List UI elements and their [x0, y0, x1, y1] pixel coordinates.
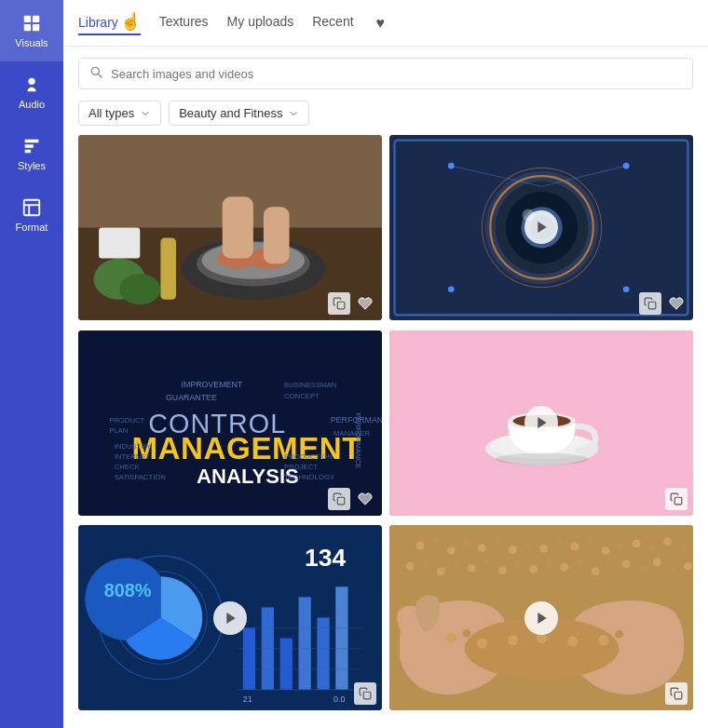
sidebar-item-visuals[interactable]: Visuals [0, 0, 63, 61]
category-filter-dropdown[interactable]: Beauty and Fitness [169, 101, 309, 126]
grid-item-camera[interactable] [389, 135, 693, 320]
search-container [63, 47, 708, 97]
camera-heart-icon[interactable] [665, 292, 688, 315]
svg-rect-90 [363, 692, 371, 699]
type-filter-chevron-icon [140, 108, 151, 119]
svg-point-112 [422, 559, 429, 565]
svg-point-111 [406, 562, 415, 571]
sidebar-item-styles[interactable]: Styles [0, 123, 63, 184]
sidebar-item-format[interactable]: Format [0, 184, 63, 246]
coffee-play-button[interactable] [524, 406, 558, 439]
svg-point-103 [570, 543, 579, 551]
svg-point-104 [587, 538, 593, 545]
svg-point-129 [684, 562, 692, 571]
management-copy-icon[interactable] [328, 488, 350, 510]
svg-point-124 [607, 563, 614, 570]
svg-point-132 [462, 629, 470, 638]
svg-rect-17 [264, 207, 290, 263]
styles-label: Styles [18, 160, 46, 171]
svg-rect-81 [335, 587, 347, 691]
svg-point-99 [509, 546, 517, 554]
svg-point-123 [592, 568, 600, 576]
tab-library[interactable]: Library ☝ [78, 11, 141, 35]
svg-marker-69 [538, 417, 546, 428]
svg-rect-2 [24, 24, 31, 31]
category-filter-label: Beauty and Fitness [179, 106, 282, 120]
svg-point-131 [446, 633, 456, 643]
svg-text:PROJECT: PROJECT [284, 463, 318, 471]
svg-rect-3 [33, 24, 39, 31]
svg-point-126 [638, 565, 645, 572]
image-grid: IMPROVEMENT GUARANTEE BUSINESSMAN CONCEP… [63, 135, 708, 728]
svg-text:IMPROVEMENT: IMPROVEMENT [182, 379, 243, 388]
svg-text:BUSINESSMAN: BUSINESSMAN [284, 380, 336, 388]
svg-rect-144 [674, 692, 682, 699]
visuals-label: Visuals [15, 37, 48, 48]
svg-marker-39 [538, 222, 546, 233]
svg-marker-89 [226, 613, 235, 624]
svg-text:SATISFACTION: SATISFACTION [115, 473, 166, 481]
tab-my-uploads[interactable]: My uploads [227, 14, 294, 33]
svg-rect-22 [337, 302, 345, 309]
svg-text:PERFORMANCE: PERFORMANCE [354, 412, 362, 468]
audio-label: Audio [19, 99, 45, 110]
svg-point-140 [584, 632, 592, 640]
grid-item-management[interactable]: IMPROVEMENT GUARANTEE BUSINESSMAN CONCEP… [78, 330, 382, 516]
svg-point-98 [495, 539, 501, 546]
svg-point-121 [560, 563, 568, 572]
format-icon [21, 197, 42, 218]
svg-rect-61 [337, 497, 345, 505]
svg-text:TECHNOLOGY: TECHNOLOGY [284, 473, 334, 481]
svg-rect-21 [99, 227, 140, 258]
tab-textures[interactable]: Textures [159, 14, 209, 33]
cursor-icon: ☝ [120, 11, 141, 32]
camera-copy-icon[interactable] [639, 292, 661, 315]
search-input[interactable] [111, 67, 683, 81]
chart-overlay [78, 677, 382, 710]
svg-point-113 [437, 568, 445, 576]
coffee-copy-icon[interactable] [665, 488, 688, 510]
sidebar: Visuals Audio Styles Format [0, 0, 63, 728]
grid-item-cooking[interactable] [78, 135, 382, 320]
svg-point-128 [670, 568, 676, 574]
camera-play-button[interactable] [524, 210, 558, 244]
svg-text:808%: 808% [104, 581, 152, 601]
management-overlay [78, 482, 382, 516]
svg-text:PRODUCTION: PRODUCTION [284, 452, 333, 461]
svg-point-68 [496, 452, 588, 465]
chart-play-button[interactable] [213, 601, 247, 635]
filters-row: All types Beauty and Fitness [63, 97, 708, 135]
svg-point-100 [525, 542, 532, 548]
svg-point-135 [508, 636, 518, 646]
svg-text:GUARANTEE: GUARANTEE [166, 393, 217, 402]
grid-item-coffee[interactable] [389, 330, 693, 516]
svg-rect-1 [33, 16, 39, 22]
cooking-copy-icon[interactable] [328, 292, 350, 315]
seeds-copy-icon[interactable] [665, 682, 688, 705]
main-panel: Library ☝ Textures My uploads Recent ♥ A… [63, 0, 708, 728]
svg-point-134 [494, 632, 502, 640]
svg-point-96 [464, 541, 470, 547]
cooking-heart-icon[interactable] [354, 292, 376, 315]
sidebar-item-audio[interactable]: Audio [0, 61, 63, 123]
svg-point-141 [598, 636, 608, 646]
svg-rect-6 [24, 200, 40, 216]
svg-marker-143 [538, 613, 546, 624]
svg-point-110 [680, 547, 687, 554]
management-heart-icon[interactable] [354, 488, 376, 510]
svg-rect-79 [298, 598, 310, 690]
seeds-play-button[interactable] [524, 601, 558, 635]
svg-point-108 [648, 545, 655, 551]
grid-item-chart[interactable]: 808% 134 21 0.0 [78, 525, 382, 710]
svg-rect-70 [674, 497, 682, 505]
search-icon [88, 64, 103, 83]
tab-recent[interactable]: Recent [312, 14, 353, 33]
grid-item-seeds[interactable] [389, 525, 693, 710]
svg-point-118 [515, 562, 522, 569]
favorites-heart-icon[interactable]: ♥ [376, 15, 386, 32]
svg-point-120 [546, 560, 552, 567]
chart-copy-icon[interactable] [354, 682, 376, 705]
svg-text:134: 134 [305, 545, 346, 573]
seeds-overlay [389, 677, 693, 710]
type-filter-dropdown[interactable]: All types [78, 101, 161, 126]
